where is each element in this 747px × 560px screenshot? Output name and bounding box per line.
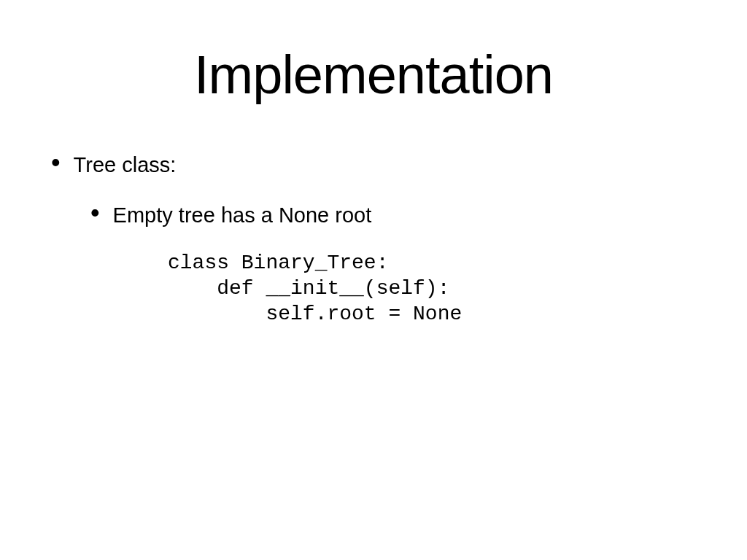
bullet-dot-icon: •: [51, 149, 61, 176]
slide-container: Implementation • Tree class: • Empty tre…: [0, 0, 747, 560]
bullet-dot-icon: •: [90, 200, 100, 226]
code-block: class Binary_Tree: def __init__(self): s…: [168, 250, 696, 327]
bullet-2-text: Empty tree has a None root: [113, 200, 372, 228]
bullet-1-text: Tree class:: [74, 149, 177, 178]
bullet-level-2: • Empty tree has a None root: [90, 200, 696, 228]
slide-title: Implementation: [51, 44, 696, 106]
bullet-level-1: • Tree class:: [51, 149, 696, 178]
